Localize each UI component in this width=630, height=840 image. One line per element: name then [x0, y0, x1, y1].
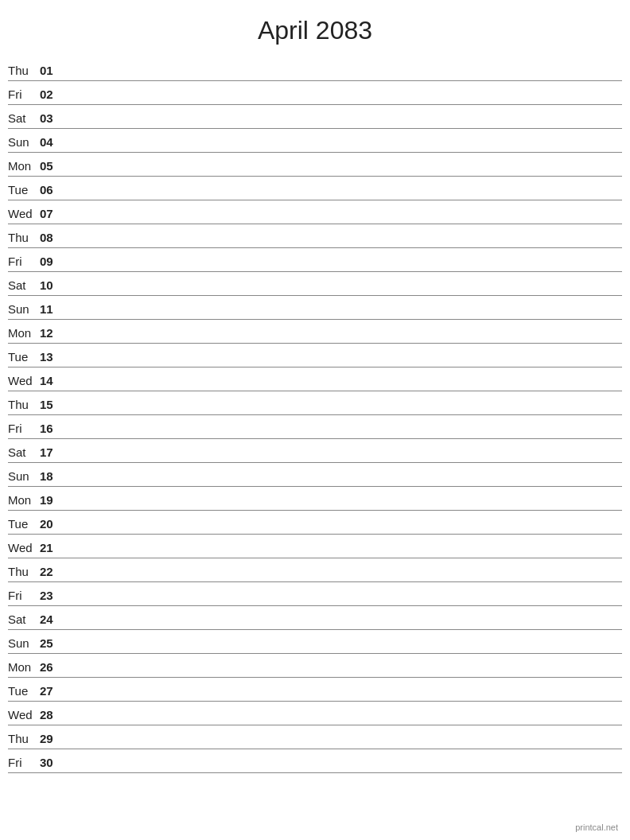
day-number: 02	[40, 88, 64, 101]
day-number: 26	[40, 660, 64, 674]
day-name: Thu	[8, 732, 40, 745]
calendar-row: Thu15	[8, 391, 622, 415]
day-number: 12	[40, 326, 64, 340]
day-number: 21	[40, 541, 64, 554]
day-number: 04	[40, 135, 64, 149]
day-name: Mon	[8, 326, 40, 340]
day-name: Wed	[8, 374, 40, 387]
calendar-row: Wed07	[8, 200, 622, 224]
day-name: Wed	[8, 708, 40, 721]
day-name: Fri	[8, 756, 40, 769]
calendar-container: Thu01Fri02Sat03Sun04Mon05Tue06Wed07Thu08…	[0, 57, 630, 773]
day-number: 30	[40, 756, 64, 769]
calendar-row: Sun25	[8, 630, 622, 654]
day-name: Fri	[8, 422, 40, 435]
day-name: Wed	[8, 207, 40, 220]
day-number: 03	[40, 111, 64, 125]
calendar-row: Thu01	[8, 57, 622, 81]
page-title: April 2083	[0, 0, 630, 57]
day-number: 06	[40, 183, 64, 196]
day-name: Mon	[8, 493, 40, 507]
day-name: Mon	[8, 159, 40, 173]
day-name: Tue	[8, 183, 40, 196]
day-number: 18	[40, 469, 64, 483]
day-number: 22	[40, 565, 64, 578]
day-number: 29	[40, 732, 64, 745]
day-number: 09	[40, 255, 64, 268]
calendar-row: Wed14	[8, 368, 622, 391]
day-number: 20	[40, 517, 64, 531]
day-name: Wed	[8, 541, 40, 554]
calendar-row: Fri23	[8, 582, 622, 606]
day-name: Sun	[8, 636, 40, 650]
day-number: 23	[40, 589, 64, 602]
day-number: 13	[40, 350, 64, 364]
calendar-row: Sat03	[8, 105, 622, 129]
day-name: Tue	[8, 350, 40, 364]
day-name: Fri	[8, 88, 40, 101]
calendar-row: Sat10	[8, 272, 622, 296]
day-number: 25	[40, 636, 64, 650]
day-name: Fri	[8, 589, 40, 602]
calendar-row: Mon26	[8, 654, 622, 678]
calendar-row: Sun04	[8, 129, 622, 153]
day-name: Sat	[8, 445, 40, 459]
calendar-row: Mon05	[8, 153, 622, 177]
calendar-row: Fri30	[8, 749, 622, 773]
calendar-row: Thu29	[8, 725, 622, 749]
day-name: Thu	[8, 64, 40, 77]
footer-text: printcal.net	[575, 822, 618, 832]
day-number: 17	[40, 445, 64, 459]
day-number: 01	[40, 64, 64, 77]
calendar-row: Sun11	[8, 296, 622, 320]
calendar-row: Fri16	[8, 415, 622, 439]
day-number: 11	[40, 302, 64, 316]
day-number: 05	[40, 159, 64, 173]
calendar-row: Mon19	[8, 487, 622, 511]
day-name: Thu	[8, 565, 40, 578]
calendar-row: Thu08	[8, 224, 622, 248]
day-name: Thu	[8, 398, 40, 411]
calendar-row: Tue13	[8, 344, 622, 368]
calendar-row: Fri02	[8, 81, 622, 105]
calendar-row: Mon12	[8, 320, 622, 344]
day-number: 10	[40, 278, 64, 292]
day-name: Sat	[8, 612, 40, 626]
day-number: 14	[40, 374, 64, 387]
calendar-row: Sat24	[8, 606, 622, 630]
day-number: 08	[40, 231, 64, 244]
day-name: Sat	[8, 278, 40, 292]
calendar-row: Tue06	[8, 177, 622, 200]
calendar-row: Sat17	[8, 439, 622, 463]
day-name: Sat	[8, 111, 40, 125]
day-number: 16	[40, 422, 64, 435]
day-number: 19	[40, 493, 64, 507]
day-number: 27	[40, 684, 64, 698]
day-number: 07	[40, 207, 64, 220]
calendar-row: Tue20	[8, 511, 622, 535]
calendar-row: Wed21	[8, 535, 622, 558]
day-name: Fri	[8, 255, 40, 268]
calendar-row: Fri09	[8, 248, 622, 272]
day-name: Tue	[8, 517, 40, 531]
day-name: Tue	[8, 684, 40, 698]
day-number: 15	[40, 398, 64, 411]
calendar-row: Sun18	[8, 463, 622, 487]
day-number: 28	[40, 708, 64, 721]
day-name: Thu	[8, 231, 40, 244]
day-name: Sun	[8, 135, 40, 149]
calendar-row: Wed28	[8, 702, 622, 725]
calendar-row: Tue27	[8, 678, 622, 702]
calendar-row: Thu22	[8, 558, 622, 582]
day-name: Sun	[8, 469, 40, 483]
day-name: Sun	[8, 302, 40, 316]
day-number: 24	[40, 612, 64, 626]
day-name: Mon	[8, 660, 40, 674]
